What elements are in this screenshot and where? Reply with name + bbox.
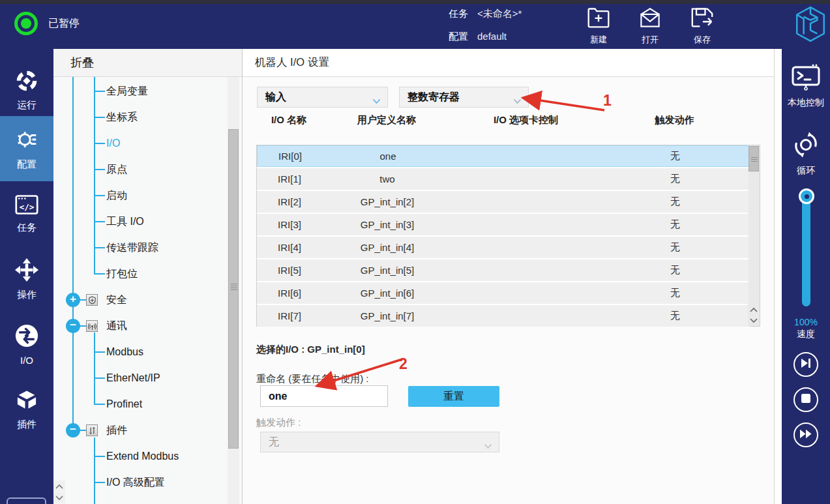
tree-item-conveyor-tracking[interactable]: 传送带跟踪 bbox=[53, 235, 223, 261]
sidebar-item-plugin[interactable]: 插件 bbox=[0, 377, 53, 442]
save-task-button[interactable]: 保存 bbox=[681, 7, 723, 46]
new-file-icon bbox=[587, 7, 610, 31]
table-row[interactable]: IRI[7]GP_int_in[7]无 bbox=[257, 305, 750, 327]
sidebar-item-io[interactable]: I/O bbox=[0, 312, 53, 377]
tree-item-modbus[interactable]: Modbus bbox=[53, 339, 223, 365]
rail-collapse-button[interactable] bbox=[7, 497, 46, 504]
trigger-action-cell: 无 bbox=[600, 310, 750, 322]
sliders-icon bbox=[86, 424, 98, 436]
tree-item-label: 坐标系 bbox=[106, 104, 138, 130]
io-type-dropdown[interactable]: 整数寄存器 bbox=[399, 87, 529, 108]
stop-button[interactable] bbox=[793, 387, 818, 412]
config-label: 配置 bbox=[449, 31, 468, 43]
table-row[interactable]: IRI[6]GP_int_in[6]无 bbox=[257, 282, 750, 304]
tree-item-label: Modbus bbox=[106, 339, 143, 365]
tree-item-communication[interactable]: −通讯 bbox=[53, 313, 223, 339]
tree-item-ethernet-ip[interactable]: EtherNet/IP bbox=[53, 365, 223, 391]
tree-collapse-icon[interactable]: − bbox=[66, 319, 80, 333]
fast-forward-button[interactable] bbox=[793, 422, 818, 447]
reset-button[interactable]: 重置 bbox=[408, 386, 499, 407]
chevron-down-icon bbox=[484, 440, 492, 452]
sidebar-item-label: 插件 bbox=[17, 419, 37, 431]
io-direction-value: 输入 bbox=[265, 91, 286, 104]
trigger-action-cell: 无 bbox=[600, 173, 750, 185]
tree-item-tool-io[interactable]: 工具 I/O bbox=[53, 209, 223, 235]
tree-expand-icon[interactable]: + bbox=[66, 293, 80, 307]
tree-item-io[interactable]: I/O bbox=[53, 130, 223, 156]
new-button-label: 新建 bbox=[590, 34, 607, 46]
tree-scrollbar-thumb[interactable] bbox=[228, 129, 239, 449]
tree-collapse-header[interactable]: 折叠 bbox=[53, 49, 242, 77]
table-scrollbar-thumb[interactable] bbox=[748, 146, 759, 171]
fast-forward-icon bbox=[799, 429, 812, 441]
step-forward-button[interactable] bbox=[793, 352, 818, 377]
stop-icon bbox=[801, 394, 810, 406]
rename-label: 重命名 (要在任务中使用) : bbox=[256, 373, 369, 385]
chevron-down-icon bbox=[372, 95, 381, 107]
tree-scrollbar[interactable] bbox=[228, 77, 239, 504]
trigger-action-label: 触发动作 : bbox=[256, 417, 301, 429]
selected-io-label: 选择的I/O : bbox=[256, 344, 304, 355]
table-row[interactable]: IRI[3]GP_int_in[3]无 bbox=[257, 214, 750, 235]
tree-item-pack-position[interactable]: 打包位 bbox=[53, 261, 223, 287]
table-row[interactable]: IRI[0]one无 bbox=[257, 145, 750, 167]
sidebar-item-task[interactable]: </> 任务 bbox=[0, 181, 53, 246]
tree-collapse-icon[interactable]: − bbox=[66, 423, 80, 437]
sidebar-item-label: 任务 bbox=[17, 222, 37, 234]
local-control-label: 本地控制 bbox=[788, 97, 824, 109]
tree-item-home[interactable]: 原点 bbox=[53, 156, 223, 183]
move-icon bbox=[14, 258, 39, 284]
table-scrollbar[interactable] bbox=[748, 145, 760, 326]
table-row[interactable]: IRI[2]GP_int_in[2]无 bbox=[257, 191, 750, 213]
robot-status: 已暂停 bbox=[14, 12, 80, 35]
tree-item-coordinate-system[interactable]: 坐标系 bbox=[53, 104, 223, 130]
table-scroll-up-button[interactable] bbox=[748, 304, 760, 315]
tree-item-plugins[interactable]: −插件 bbox=[53, 417, 223, 443]
trigger-action-cell: 无 bbox=[600, 196, 750, 208]
sidebar-item-config[interactable]: 配置 bbox=[0, 116, 53, 181]
tree-item-profinet[interactable]: Profinet bbox=[53, 391, 223, 417]
task-icon: </> bbox=[15, 194, 38, 217]
speed-slider-track[interactable] bbox=[802, 193, 810, 306]
speed-slider-handle[interactable] bbox=[799, 188, 814, 204]
terminal-icon bbox=[792, 63, 820, 93]
tree-body: 全局变量坐标系I/O原点启动工具 I/O传送带跟踪打包位+安全−通讯Modbus… bbox=[53, 77, 242, 504]
trigger-action-dropdown[interactable]: 无 bbox=[260, 432, 499, 452]
sidebar-item-run[interactable]: 运行 bbox=[0, 57, 53, 123]
config-tree-panel: 折叠 全局变量坐标系I/O原点启动工具 I/O传送带跟踪打包位+安全−通讯Mod… bbox=[53, 49, 243, 504]
open-task-button[interactable]: 打开 bbox=[629, 7, 671, 46]
rename-input[interactable] bbox=[260, 385, 388, 407]
tree-scroll-up-button[interactable] bbox=[53, 481, 65, 492]
table-row[interactable]: IRI[1]two无 bbox=[257, 168, 750, 190]
local-control-button[interactable]: 本地控制 bbox=[782, 63, 830, 109]
sidebar-item-label: 运行 bbox=[17, 99, 37, 111]
tree-item-io-advanced-config[interactable]: I/O 高级配置 bbox=[53, 469, 223, 496]
column-header: I/O 名称 bbox=[256, 114, 321, 126]
tree-item-label: 传送带跟踪 bbox=[106, 235, 158, 261]
status-ring-icon[interactable] bbox=[14, 12, 38, 35]
sidebar-item-operate[interactable]: 操作 bbox=[0, 246, 53, 312]
column-header: 用户定义名称 bbox=[321, 114, 452, 126]
user-defined-name-cell: GP_int_in[6] bbox=[322, 288, 452, 299]
new-task-button[interactable]: 新建 bbox=[578, 7, 619, 46]
tree-item-label: 工具 I/O bbox=[106, 209, 144, 235]
io-name-cell: IRI[7] bbox=[257, 310, 322, 321]
tree-item-label: 打包位 bbox=[106, 261, 138, 287]
tree-item-global-variables[interactable]: 全局变量 bbox=[53, 78, 223, 104]
table-scroll-down-button[interactable] bbox=[748, 315, 760, 326]
table-row[interactable]: IRI[4]GP_int_in[4]无 bbox=[257, 237, 750, 258]
user-defined-name-cell: one bbox=[323, 151, 453, 162]
sidebar-item-label: 配置 bbox=[17, 158, 37, 171]
io-name-cell: IRI[3] bbox=[257, 219, 322, 230]
io-name-cell: IRI[0] bbox=[258, 151, 323, 162]
loop-mode-button[interactable]: 循环 bbox=[782, 131, 830, 177]
tree-scroll-down-button[interactable] bbox=[53, 492, 65, 503]
table-row[interactable]: IRI[5]GP_int_in[5]无 bbox=[257, 259, 750, 281]
tree-item-startup[interactable]: 启动 bbox=[53, 183, 223, 209]
run-icon bbox=[15, 69, 38, 95]
tree-item-safety[interactable]: +安全 bbox=[53, 287, 223, 313]
trigger-action-cell: 无 bbox=[600, 218, 750, 231]
open-file-icon bbox=[639, 7, 661, 31]
tree-item-extend-modbus[interactable]: Extend Modbus bbox=[53, 443, 223, 469]
io-direction-dropdown[interactable]: 输入 bbox=[257, 87, 388, 108]
